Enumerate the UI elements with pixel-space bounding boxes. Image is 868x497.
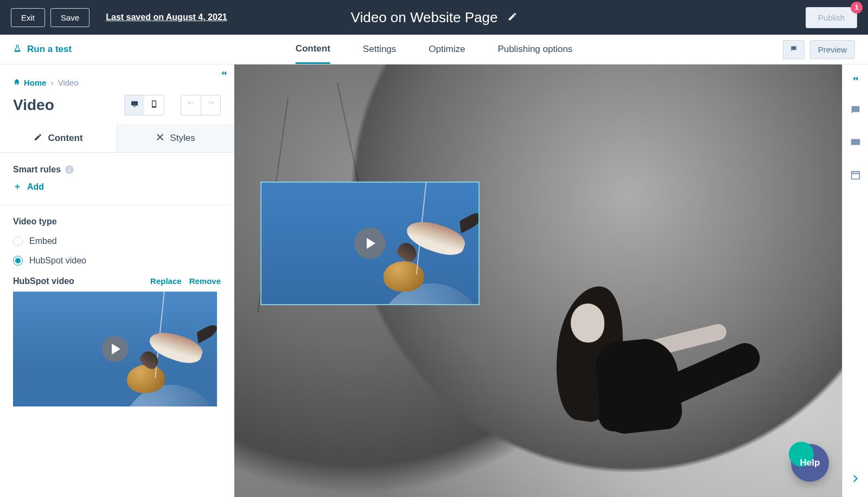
breadcrumb-home-label: Home (24, 78, 47, 87)
subtab-styles[interactable]: Styles (117, 124, 234, 152)
top-bar: Exit Save Last saved on August 4, 2021 V… (0, 0, 868, 35)
info-icon[interactable]: i (65, 165, 74, 174)
publish-badge: 1 (851, 2, 863, 14)
panel-subtabs: Content Styles (0, 124, 234, 153)
run-test-label: Run a test (27, 44, 72, 55)
play-icon (102, 336, 128, 362)
smart-rules-label: Smart rules (13, 165, 61, 175)
radio-embed-input[interactable] (13, 236, 23, 246)
save-button[interactable]: Save (50, 8, 90, 27)
embed-bird-shape (395, 212, 476, 264)
canvas-preview[interactable] (234, 64, 842, 497)
add-smart-rule-link[interactable]: ＋ Add (13, 181, 221, 192)
last-saved-link[interactable]: Last saved on August 4, 2021 (106, 12, 227, 22)
toolbar-right: Preview (783, 40, 855, 59)
publish-button[interactable]: Publish (806, 7, 857, 28)
comments-button[interactable] (783, 40, 805, 59)
main-area: Home › Video Video (0, 64, 868, 497)
help-button[interactable]: Help (791, 444, 829, 482)
preview-button[interactable]: Preview (810, 40, 855, 59)
rail-comments-icon[interactable] (850, 104, 861, 118)
right-rail (842, 64, 868, 497)
publish-wrap: Publish 1 (806, 7, 857, 28)
pencil-icon (34, 133, 42, 144)
radio-embed[interactable]: Embed (13, 236, 221, 246)
run-test-link[interactable]: Run a test (13, 43, 72, 56)
home-icon (13, 78, 21, 87)
undo-icon (186, 100, 196, 110)
panel-head-controls (124, 95, 221, 115)
main-tabs: Content Settings Optimize Publishing opt… (296, 35, 573, 64)
video-type-label: Video type (13, 217, 221, 227)
edit-title-icon[interactable] (507, 11, 517, 23)
tab-content[interactable]: Content (296, 35, 330, 64)
page-title-wrap: Video on Website Page (351, 9, 518, 26)
device-toggle (124, 95, 164, 115)
plus-icon: ＋ (13, 181, 22, 192)
breadcrumb-current: Video (58, 78, 79, 87)
remove-link[interactable]: Remove (189, 276, 221, 286)
video-actions: Replace Remove (150, 276, 221, 286)
rail-display-icon[interactable] (850, 137, 861, 151)
panel-title: Video (13, 96, 54, 114)
close-brush-icon (156, 133, 164, 144)
left-panel: Home › Video Video (0, 64, 234, 497)
page-title: Video on Website Page (351, 9, 498, 26)
breadcrumb-separator: › (51, 78, 54, 87)
collapse-left-icon[interactable] (219, 69, 229, 80)
exit-button[interactable]: Exit (11, 8, 45, 27)
rail-calendar-icon[interactable] (850, 169, 861, 183)
replace-link[interactable]: Replace (150, 276, 182, 286)
device-mobile-button[interactable] (144, 95, 164, 115)
play-icon (354, 228, 386, 259)
subtab-content-label: Content (48, 133, 82, 144)
undo-redo-group (181, 95, 221, 115)
panel-head: Video (0, 87, 234, 124)
undo-button[interactable] (181, 95, 201, 115)
radio-hubspot-input[interactable] (13, 256, 23, 266)
video-thumbnail[interactable] (13, 292, 217, 406)
tool-bar: Run a test Content Settings Optimize Pub… (0, 35, 868, 64)
radio-hubspot-video[interactable]: HubSpot video (13, 256, 221, 266)
breadcrumb: Home › Video (0, 64, 234, 87)
rail-next-icon[interactable] (843, 471, 869, 486)
subtab-styles-label: Styles (170, 133, 195, 144)
video-type-section: Video type Embed HubSpot video (0, 205, 234, 271)
help-label: Help (800, 457, 820, 468)
smart-rules-label-row: Smart rules i (13, 165, 221, 175)
radio-hubspot-label: HubSpot video (29, 256, 86, 266)
hero-person-shape (500, 226, 750, 464)
tab-publishing-options[interactable]: Publishing options (497, 35, 572, 64)
subtab-content[interactable]: Content (0, 124, 117, 152)
embedded-video[interactable] (260, 182, 480, 305)
hubspot-video-header: HubSpot video Replace Remove (0, 271, 234, 292)
redo-button[interactable] (201, 95, 220, 115)
thumbnail-bird-shape (138, 324, 214, 370)
hubspot-video-label: HubSpot video (13, 276, 74, 286)
breadcrumb-home[interactable]: Home (13, 78, 47, 87)
collapse-right-icon[interactable] (850, 74, 861, 86)
flask-icon (13, 43, 22, 56)
desktop-icon (130, 100, 139, 111)
embed-cork-shape (384, 261, 424, 292)
radio-embed-label: Embed (29, 236, 57, 246)
mobile-icon (149, 100, 159, 111)
tab-settings[interactable]: Settings (363, 35, 396, 64)
smart-rules-section: Smart rules i ＋ Add (0, 153, 234, 205)
redo-icon (206, 100, 216, 110)
tab-optimize[interactable]: Optimize (429, 35, 465, 64)
speech-bubble-icon (789, 45, 799, 54)
device-desktop-button[interactable] (125, 95, 144, 115)
add-label: Add (27, 182, 44, 192)
